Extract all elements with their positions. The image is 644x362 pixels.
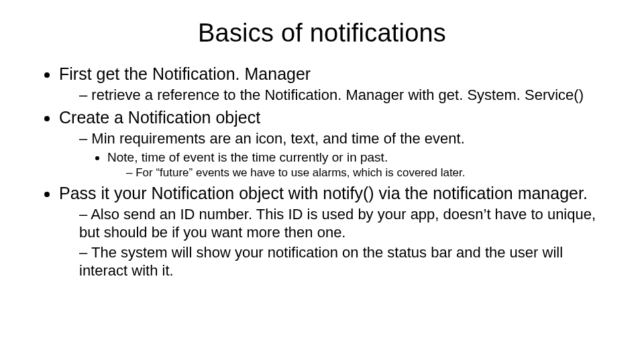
bullet-3-sub-1-text: Also send an ID number. This ID is used … bbox=[79, 206, 596, 241]
bullet-2-sub-1-sublist: Note, time of event is the time currentl… bbox=[79, 149, 604, 180]
bullet-3: Pass it your Notification object with no… bbox=[59, 183, 604, 280]
bullet-3-sub-2-text: The system will show your notification o… bbox=[79, 244, 563, 280]
bullet-2-sub-1a-text: Note, time of event is the time currentl… bbox=[107, 150, 388, 164]
bullet-1-sublist: retrieve a reference to the Notification… bbox=[59, 86, 604, 105]
slide: Basics of notifications First get the No… bbox=[0, 0, 644, 362]
bullet-3-sublist: Also send an ID number. This ID is used … bbox=[59, 205, 604, 280]
slide-title: Basics of notifications bbox=[40, 19, 604, 48]
bullet-list: First get the Notification. Manager retr… bbox=[40, 64, 604, 280]
bullet-2: Create a Notification object Min require… bbox=[59, 107, 604, 180]
bullet-1: First get the Notification. Manager retr… bbox=[59, 64, 604, 105]
bullet-2-sub-1-text: Min requirements are an icon, text, and … bbox=[91, 130, 464, 147]
bullet-3-sub-2: The system will show your notification o… bbox=[79, 243, 604, 280]
bullet-2-text: Create a Notification object bbox=[59, 108, 260, 127]
bullet-2-sub-1a1-text: For “future” events we have to use alarm… bbox=[136, 166, 465, 179]
bullet-2-sub-1a: Note, time of event is the time currentl… bbox=[107, 149, 604, 180]
bullet-1-sub-1-text: retrieve a reference to the Notification… bbox=[91, 86, 584, 103]
bullet-1-text: First get the Notification. Manager bbox=[59, 64, 311, 83]
bullet-2-sub-1a1: For “future” events we have to use alarm… bbox=[126, 166, 604, 180]
bullet-2-sub-1a-sublist: For “future” events we have to use alarm… bbox=[107, 166, 604, 180]
bullet-3-text: Pass it your Notification object with no… bbox=[59, 184, 588, 202]
bullet-1-sub-1: retrieve a reference to the Notification… bbox=[79, 86, 604, 105]
bullet-2-sublist: Min requirements are an icon, text, and … bbox=[59, 129, 604, 180]
bullet-3-sub-1: Also send an ID number. This ID is used … bbox=[79, 205, 604, 242]
bullet-2-sub-1: Min requirements are an icon, text, and … bbox=[79, 129, 604, 180]
